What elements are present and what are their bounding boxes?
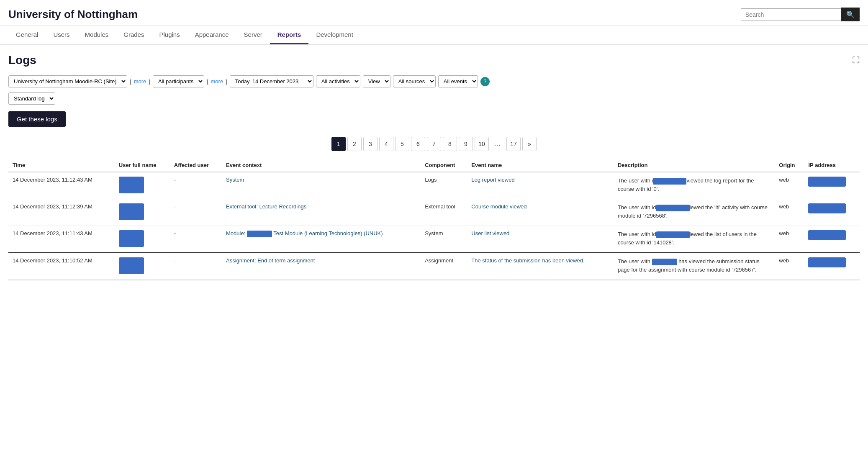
cell-ip: [804, 172, 860, 199]
nav-item-general[interactable]: General: [8, 26, 46, 44]
header: University of Nottingham 🔍: [0, 0, 868, 26]
site-title: University of Nottingham: [8, 8, 138, 21]
redacted-user-id: [652, 259, 677, 265]
page-title-row: Logs ⛶: [8, 54, 860, 67]
col-event-name: Event name: [467, 159, 614, 172]
nav-item-appearance[interactable]: Appearance: [187, 26, 236, 44]
cell-event-context: External tool: Lecture Recordings: [222, 199, 421, 226]
cell-event-context: Assignment: End of term assignment: [222, 253, 421, 280]
cell-description: The user with idiewed the list of users …: [614, 226, 775, 253]
page-btn-17[interactable]: 17: [506, 137, 521, 151]
page-btn-4[interactable]: 4: [379, 137, 393, 151]
activities-select[interactable]: All activities: [316, 75, 360, 87]
pagination-ellipsis: …: [490, 137, 505, 151]
cell-event-name: Course module viewed: [467, 199, 614, 226]
event-name-link[interactable]: User list viewed: [471, 230, 509, 236]
filters-row-2: Standard log: [8, 92, 860, 105]
nav-item-development[interactable]: Development: [308, 26, 360, 44]
get-logs-section: Get these logs: [8, 111, 860, 127]
cell-event-context: Module: Test Module (Learning Technologi…: [222, 226, 421, 253]
cell-ip: [804, 199, 860, 226]
date-select[interactable]: Today, 14 December 2023: [230, 75, 313, 87]
col-time: Time: [8, 159, 115, 172]
avatar: [119, 203, 144, 220]
avatar: [119, 230, 144, 247]
col-origin: Origin: [775, 159, 804, 172]
help-icon[interactable]: ?: [480, 77, 490, 86]
page-btn-3[interactable]: 3: [363, 137, 378, 151]
cell-affected: -: [170, 172, 222, 199]
cell-ip: [804, 226, 860, 253]
page-btn-6[interactable]: 6: [411, 137, 425, 151]
redacted-module-name: [247, 231, 272, 237]
events-select[interactable]: All events: [438, 75, 478, 87]
nav-item-plugins[interactable]: Plugins: [152, 26, 187, 44]
action-select[interactable]: View: [363, 75, 390, 87]
col-affected: Affected user: [170, 159, 222, 172]
nav-item-reports[interactable]: Reports: [270, 26, 309, 44]
cell-affected: -: [170, 226, 222, 253]
nav-item-users[interactable]: Users: [46, 26, 77, 44]
cell-component: System: [421, 226, 467, 253]
page-btn-7[interactable]: 7: [427, 137, 441, 151]
more-link-2[interactable]: more: [211, 78, 223, 85]
nav-item-grades[interactable]: Grades: [116, 26, 152, 44]
event-name-link[interactable]: The status of the submission has been vi…: [471, 257, 584, 264]
cell-component: Logs: [421, 172, 467, 199]
site-select[interactable]: University of Nottingham Moodle-RC (Site…: [8, 75, 127, 87]
table-row: 14 December 2023, 11:11:43 AM - Module: …: [8, 226, 860, 253]
event-name-link[interactable]: Course module viewed: [471, 203, 526, 210]
cell-user: [115, 172, 170, 199]
cell-event-name: Log report viewed: [467, 172, 614, 199]
cell-user: [115, 226, 170, 253]
cell-ip: [804, 253, 860, 280]
cell-user: [115, 253, 170, 280]
cell-user: [115, 199, 170, 226]
expand-icon[interactable]: ⛶: [852, 56, 860, 65]
nav-item-modules[interactable]: Modules: [77, 26, 116, 44]
page-btn-1[interactable]: 1: [331, 137, 346, 151]
search-input[interactable]: [741, 8, 841, 21]
event-name-link[interactable]: Log report viewed: [471, 177, 514, 183]
nav-item-server[interactable]: Server: [236, 26, 270, 44]
event-context-link[interactable]: External tool: Lecture Recordings: [226, 203, 306, 210]
nav: General Users Modules Grades Plugins App…: [0, 26, 868, 45]
page-title: Logs: [8, 54, 36, 67]
page-btn-next[interactable]: »: [522, 137, 537, 151]
more-link-1[interactable]: more: [134, 78, 146, 85]
filters-row-1: University of Nottingham Moodle-RC (Site…: [8, 75, 860, 87]
cell-description: The user with iviewed the log report for…: [614, 172, 775, 199]
search-button[interactable]: 🔍: [841, 8, 860, 21]
cell-event-name: User list viewed: [467, 226, 614, 253]
log-table: Time User full name Affected user Event …: [8, 159, 860, 280]
cell-time: 14 December 2023, 11:11:43 AM: [8, 226, 115, 253]
event-context-link[interactable]: Assignment: End of term assignment: [226, 257, 315, 264]
avatar: [119, 257, 144, 274]
table-row: 14 December 2023, 11:10:52 AM - Assignme…: [8, 253, 860, 280]
table-row: 14 December 2023, 11:12:43 AM - System L…: [8, 172, 860, 199]
cell-origin: web: [775, 199, 804, 226]
table-row: 14 December 2023, 11:12:39 AM - External…: [8, 199, 860, 226]
redacted-user-id: [656, 231, 690, 238]
ip-address-block: [808, 230, 846, 240]
sources-select[interactable]: All sources: [393, 75, 436, 87]
page-btn-9[interactable]: 9: [459, 137, 473, 151]
cell-description: The user with idiewed the 'lti' activity…: [614, 199, 775, 226]
cell-origin: web: [775, 253, 804, 280]
log-format-select[interactable]: Standard log: [8, 92, 55, 105]
cell-description: The user with has viewed the submission …: [614, 253, 775, 280]
ip-address-block: [808, 203, 846, 213]
event-context-link[interactable]: System: [226, 177, 244, 183]
cell-event-context: System: [222, 172, 421, 199]
page-btn-10[interactable]: 10: [475, 137, 489, 151]
page-btn-8[interactable]: 8: [443, 137, 457, 151]
redacted-user-id: [656, 205, 690, 211]
ip-address-block: [808, 257, 846, 267]
cell-time: 14 December 2023, 11:12:43 AM: [8, 172, 115, 199]
participants-select[interactable]: All participants: [153, 75, 204, 87]
get-logs-button[interactable]: Get these logs: [8, 111, 66, 127]
page-btn-2[interactable]: 2: [347, 137, 362, 151]
event-context-link[interactable]: Module: Test Module (Learning Technologi…: [226, 230, 383, 236]
col-user: User full name: [115, 159, 170, 172]
page-btn-5[interactable]: 5: [395, 137, 409, 151]
